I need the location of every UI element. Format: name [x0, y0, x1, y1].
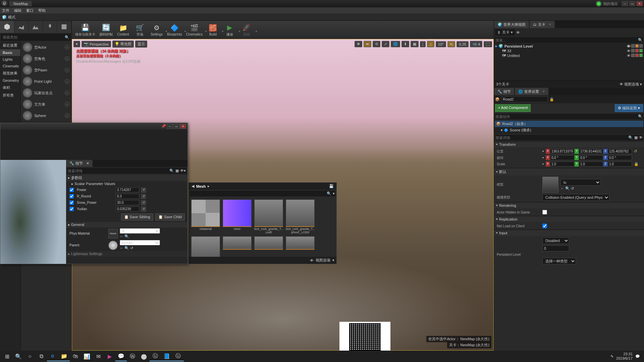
- lock-icon[interactable]: [631, 44, 635, 48]
- close-icon[interactable]: ✕: [549, 23, 551, 26]
- float-search-input[interactable]: [68, 169, 169, 173]
- browse-icon[interactable]: 🔍: [565, 186, 570, 191]
- reset-icon[interactable]: ↺: [141, 194, 146, 199]
- matrix-icon[interactable]: ▦: [175, 169, 179, 173]
- eye-icon[interactable]: 👁: [627, 54, 631, 58]
- mode-tab-foliage[interactable]: [43, 21, 57, 33]
- expand-icon[interactable]: ◀: [192, 184, 194, 188]
- menu-edit[interactable]: 编辑: [14, 8, 21, 13]
- float-pin-icon[interactable]: 📌: [161, 124, 166, 129]
- category-lights[interactable]: Lights: [0, 56, 20, 63]
- transform-scale-button[interactable]: ⤢: [382, 41, 389, 47]
- cortana-icon[interactable]: ○: [24, 351, 36, 361]
- grid-snap-button[interactable]: ▦: [411, 41, 419, 47]
- tree-level-untitled[interactable]: 🗺 Untitled 👁: [494, 53, 644, 58]
- save-child-button[interactable]: 📋 Save Child: [155, 214, 185, 221]
- kismet-icon[interactable]: [639, 44, 643, 48]
- menu-help[interactable]: 帮助: [38, 8, 46, 13]
- location-y-input[interactable]: [579, 149, 603, 154]
- asset-more-2[interactable]: [254, 236, 283, 257]
- float-section-general[interactable]: ▸ General: [66, 222, 187, 228]
- info-icon[interactable]: i: [65, 45, 69, 50]
- project-label[interactable]: 我的项目: [603, 1, 618, 6]
- menu-window[interactable]: 窗口: [26, 8, 34, 13]
- add-component-button[interactable]: + Add Component: [495, 104, 531, 112]
- float-section-params[interactable]: ▸ 参数组: [66, 175, 187, 181]
- category-cinematic[interactable]: Cinematic: [0, 63, 20, 69]
- explorer-icon[interactable]: 📁: [58, 351, 70, 361]
- actor-empty-character[interactable]: 空角色i: [21, 53, 71, 64]
- category-basic[interactable]: Basic: [0, 49, 20, 56]
- location-x-input[interactable]: [550, 149, 574, 154]
- grid-snap-value[interactable]: ¦: [420, 41, 426, 47]
- scale-y-input[interactable]: [579, 162, 603, 167]
- rotation-y-input[interactable]: [579, 155, 603, 160]
- actor-cube[interactable]: 立方体i: [21, 99, 71, 110]
- search-icon[interactable]: 🔍: [327, 191, 331, 196]
- float-titlebar[interactable]: 📌 — ▭ ✕: [0, 123, 187, 130]
- source-control-status-icon[interactable]: [596, 1, 602, 7]
- mail-icon[interactable]: ✉: [93, 351, 104, 361]
- param-power-input[interactable]: [116, 187, 139, 192]
- chevron-right-icon[interactable]: ▸: [208, 184, 210, 188]
- chevron-down-icon[interactable]: ▾: [332, 258, 334, 262]
- section-input-header[interactable]: Input: [494, 230, 644, 236]
- details-search-input[interactable]: [495, 135, 628, 140]
- reset-icon[interactable]: ↺: [141, 188, 146, 192]
- reset-icon[interactable]: ↺: [141, 207, 146, 212]
- category-all[interactable]: 所有类: [0, 92, 20, 99]
- rotation-x-input[interactable]: [550, 155, 574, 160]
- search-icon[interactable]: 🔍: [169, 169, 174, 173]
- info-icon[interactable]: i: [65, 79, 69, 84]
- reset-icon[interactable]: ↺: [571, 186, 574, 191]
- tab-levels[interactable]: 🗂 关卡✕: [530, 21, 555, 28]
- category-recent[interactable]: 最近放置: [0, 42, 20, 49]
- tab-world-outliner[interactable]: 🌍 世界大纲视图: [494, 21, 529, 28]
- filter-icon[interactable]: ▾: [333, 191, 335, 196]
- unreal-editor-icon[interactable]: Ⓤ: [172, 351, 184, 361]
- material-preview-viewport[interactable]: [0, 160, 66, 264]
- mode-tab-paint[interactable]: [14, 21, 29, 33]
- media-icon[interactable]: ▶: [104, 351, 115, 361]
- tab-world-settings[interactable]: 🌐 世界设置✕: [515, 88, 548, 95]
- location-z-input[interactable]: [608, 149, 632, 154]
- transform-rotate-button[interactable]: ⟲: [373, 41, 380, 47]
- angle-snap-button[interactable]: △: [427, 41, 434, 47]
- level-type-dropdown[interactable]: 选择一种类型: [542, 258, 576, 264]
- search-icon[interactable]: 🔍: [638, 114, 643, 119]
- toolbar-source-control[interactable]: 🔄源码控制: [97, 22, 115, 38]
- toolbar-build[interactable]: 🧱Build▾: [205, 22, 221, 37]
- actor-empty-pawn[interactable]: 空Pawni: [21, 64, 71, 76]
- actor-name-input[interactable]: [501, 96, 548, 102]
- surface-snap-button[interactable]: ⬇: [401, 41, 409, 47]
- asset-nnnn[interactable]: nnnn: [222, 199, 252, 234]
- outliner-filter-dropdown[interactable]: 🎚 关卡 ▾: [495, 29, 515, 36]
- scale-z-input[interactable]: [608, 162, 632, 167]
- model-dropdown[interactable]: lu: [560, 179, 601, 186]
- asset-rock-phxuf[interactable]: Sctr_rock_granite_T... phxuF_LOD0: [285, 199, 315, 234]
- toolbar-marketplace[interactable]: 🛒市场: [131, 22, 148, 38]
- store-icon[interactable]: 🛍: [70, 351, 81, 361]
- chevron-down-icon[interactable]: ▾: [542, 150, 544, 153]
- mesh-view-options[interactable]: 视图选项: [316, 258, 330, 263]
- mode-tab-landscape[interactable]: [29, 21, 43, 33]
- wechat-icon[interactable]: 💬: [115, 351, 127, 361]
- app-icon-2[interactable]: Ⓦ: [127, 351, 138, 361]
- phys-material-thumbnail[interactable]: None: [108, 229, 118, 238]
- view-options-button[interactable]: 👁 视图选项 ▾: [620, 82, 642, 87]
- use-selected-icon[interactable]: ←: [120, 246, 123, 250]
- save-icon[interactable]: 💾: [329, 184, 334, 188]
- rotation-z-input[interactable]: [608, 155, 632, 160]
- asset-vmaterial[interactable]: vMaterial: [191, 199, 220, 234]
- app-icon-1[interactable]: 📊: [81, 351, 93, 361]
- save-sibling-button[interactable]: 📋 Save Sibling: [121, 214, 153, 221]
- float-section-scalar[interactable]: ▸ Scalar Parameter Values: [66, 181, 187, 187]
- search-icon[interactable]: 🔍: [638, 38, 643, 42]
- transform-select-button[interactable]: ✥: [355, 41, 362, 47]
- viewport-show-button[interactable]: 显示: [135, 41, 147, 48]
- section-replication-header[interactable]: Replication: [494, 216, 644, 222]
- search-icon[interactable]: 🔍: [628, 135, 633, 140]
- reset-icon[interactable]: ↺: [130, 246, 133, 250]
- input-priority-input[interactable]: [542, 245, 569, 251]
- toolbar-settings[interactable]: ⚙Settings▾: [148, 22, 165, 37]
